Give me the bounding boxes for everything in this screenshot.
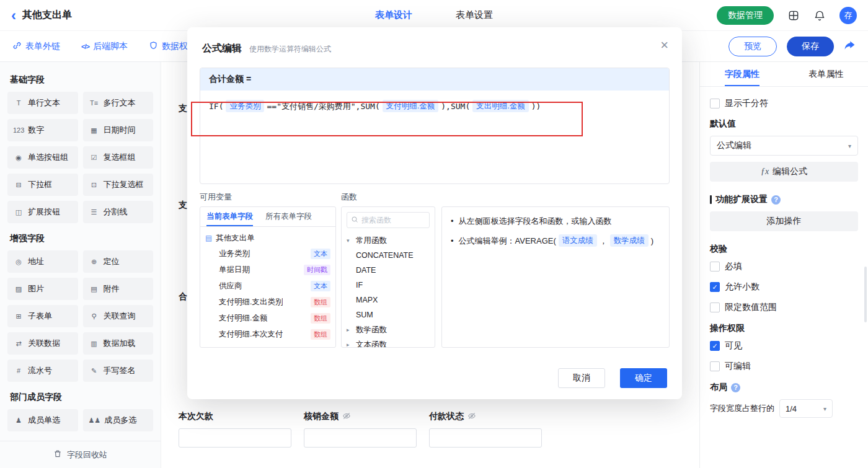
tab-all-form-fields[interactable]: 所有表单字段 [259,207,318,226]
function-item[interactable]: IF [347,278,430,293]
field-button-data-load[interactable]: ▥数据加载 [83,332,154,355]
function-item[interactable]: SUM [347,307,430,322]
field-button-address[interactable]: ◎地址 [7,250,78,273]
default-value-select[interactable]: 公式编辑 ▾ [710,136,858,156]
variable-item[interactable]: 业务类别文本 [205,245,330,262]
field-button-dropdown[interactable]: ⊟下拉框 [7,174,78,196]
field-button-datetime[interactable]: ▦日期时间 [83,119,154,141]
visible-row[interactable]: ✓ 可见 [710,340,858,351]
required-row[interactable]: 必填 [710,261,858,272]
field-button-member-single[interactable]: ♟成员单选 [7,409,78,431]
palette-section-title: 基础字段 [10,74,151,86]
chevron-down-icon: ▾ [823,405,826,412]
search-input[interactable] [361,216,425,224]
add-action-button[interactable]: 添加操作 [710,211,858,231]
field-input[interactable] [179,428,291,448]
field-button-single-text[interactable]: T单行文本 [7,92,78,114]
checkbox-limit-range[interactable] [710,302,720,312]
function-group-math[interactable]: ▸ 数学函数 [347,322,430,337]
tab-field-properties[interactable]: 字段属性 [700,62,784,86]
checkbox-required[interactable] [710,262,720,272]
function-group-text[interactable]: ▸ 文本函数 [347,337,430,348]
checkbox-allow-decimal[interactable]: ✓ [710,282,720,292]
variable-item[interactable]: 支付明细.支出类别数组 [205,294,330,310]
close-icon[interactable]: × [660,38,668,52]
preview-button[interactable]: 预览 [728,37,777,56]
variable-item[interactable]: 支付明细.金额数组 [205,310,330,326]
field-button-label: 多行文本 [104,97,136,108]
field-button-extend-button[interactable]: ◫扩展按钮 [7,201,78,223]
function-item[interactable]: DATE [347,263,430,278]
field-width-select[interactable]: 1/4 ▾ [779,399,833,418]
tab-form-settings[interactable]: 表单设置 [456,9,493,21]
field-button-multi-text[interactable]: T≡多行文本 [83,92,154,114]
form-external-link-item[interactable]: 表单外链 [12,41,60,52]
scrollbar[interactable] [864,267,867,322]
confirm-button[interactable]: 确定 [620,368,667,388]
tab-form-design[interactable]: 表单设计 [375,9,412,21]
variable-item[interactable]: 供应商文本 [205,278,330,294]
function-search[interactable] [347,212,430,228]
allow-decimal-row[interactable]: ✓ 允许小数 [710,281,858,293]
function-item[interactable]: MAPX [347,293,430,307]
field-button-divider[interactable]: ☰分割线 [83,201,154,223]
apps-icon[interactable] [787,9,800,22]
formula-input-area[interactable]: IF(业务类别=="支付销售/采购费用",SUM(支付明细.金额),SUM(支出… [200,91,669,123]
field-button-linked-data[interactable]: ⇄关联数据 [7,332,78,355]
edit-formula-button[interactable]: ƒx 编辑公式 [710,162,858,182]
avatar[interactable]: 存 [839,7,857,24]
extension-settings-text: 功能扩展设置 [715,194,768,205]
field-button-subform[interactable]: ⊞子表单 [7,305,78,327]
save-button[interactable]: 保存 [787,37,834,56]
tab-current-form-fields[interactable]: 当前表单字段 [200,207,259,226]
permission-title: 操作权限 [710,323,858,334]
variable-item[interactable]: 支付明细.本次支付数组 [205,326,330,342]
field-input[interactable] [429,428,542,448]
data-permission-item[interactable]: 数据权 [149,41,188,52]
thousands-separator-row[interactable]: 显示千分符 [710,98,858,109]
question-icon[interactable]: ? [731,383,740,392]
field-button-attachment[interactable]: ▤附件 [83,278,154,300]
checkbox-editable[interactable] [710,361,720,371]
formula-result-label: 合计金额 = [200,68,669,91]
field-button-checkbox-group[interactable]: ☑复选框组 [83,146,154,169]
tab-form-properties[interactable]: 表单属性 [784,62,868,86]
function-group-common[interactable]: ▾ 常用函数 [347,233,430,248]
field-button-location[interactable]: ⊕定位 [83,250,154,273]
back-icon[interactable]: ‹ [11,9,16,22]
field-button-image[interactable]: ▨图片 [7,278,78,300]
variable-name: 支付明细.金额 [219,313,267,324]
field-button-member-multi[interactable]: ♟♟成员多选 [83,409,154,431]
formula-token[interactable]: 支付明细.金额 [383,100,438,112]
field-button-multi-dropdown[interactable]: ⊡下拉复选框 [83,174,154,196]
field-input[interactable] [304,428,417,448]
field-button-lookup[interactable]: ⚲关联查询 [83,305,154,327]
field-button-serial-number[interactable]: #流水号 [7,360,78,382]
data-manage-button[interactable]: 数据管理 [717,6,774,25]
bullet-icon: • [451,234,454,248]
type-tag: 数组 [311,329,330,340]
field-button-signature[interactable]: ✎手写签名 [83,360,154,382]
variable-item[interactable]: 单据日期时间戳 [205,262,330,278]
add-action-label: 添加操作 [767,216,802,227]
cancel-button[interactable]: 取消 [558,368,605,388]
share-icon[interactable] [844,40,856,52]
formula-token[interactable]: 支出明细.金额 [472,100,528,112]
field-recycle-bin[interactable]: 字段回收站 [0,441,161,468]
field-button-radio-group[interactable]: ◉单选按钮组 [7,146,78,169]
canvas-field-balance[interactable]: 本次欠款 [179,410,291,448]
canvas-field-pay-status[interactable]: 付款状态 [429,410,542,448]
tree-root[interactable]: ▤ 其他支出单 [205,231,330,245]
formula-token[interactable]: 业务类别 [226,100,264,112]
bell-icon[interactable] [813,9,826,22]
field-button-number[interactable]: 123数字 [7,119,78,141]
checkbox-visible[interactable]: ✓ [710,341,720,351]
editable-row[interactable]: 可编辑 [710,361,858,372]
limit-range-row[interactable]: 限定数值范围 [710,302,858,313]
canvas-field-writeoff[interactable]: 核销金额 [304,410,417,448]
backend-script-item[interactable]: </> 后端脚本 [81,41,128,52]
properties-tabs: 字段属性 表单属性 [700,62,868,87]
checkbox-thousands[interactable] [710,99,720,108]
function-item[interactable]: CONCATENATE [347,248,430,263]
question-icon[interactable]: ? [771,195,781,205]
